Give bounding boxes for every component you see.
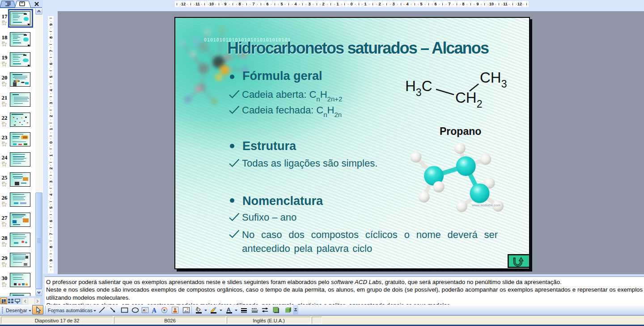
svg-text:A: A bbox=[151, 306, 157, 314]
svg-text:www.acdlabs.com: www.acdlabs.com bbox=[471, 203, 500, 207]
svg-text:A: A bbox=[227, 306, 231, 313]
